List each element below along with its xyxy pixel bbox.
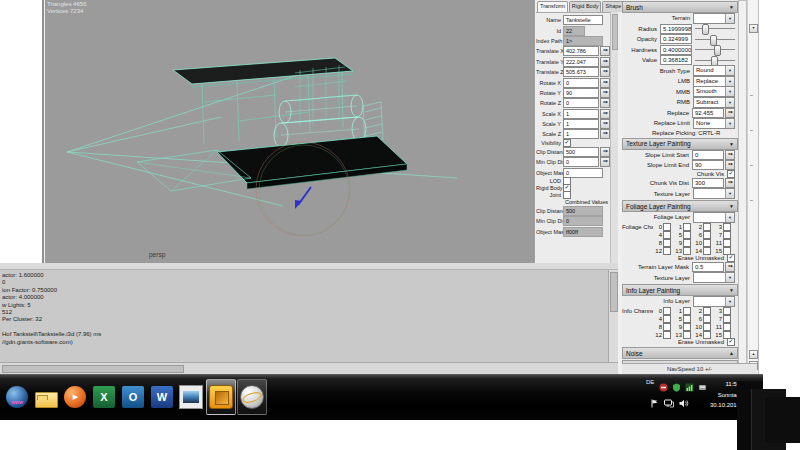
checkbox-channel-8[interactable] xyxy=(663,323,671,331)
side-slider[interactable]: ▼ ▲ ▲ xyxy=(747,0,759,374)
dropdown-texture-layer[interactable]: ▼ xyxy=(693,188,735,199)
field-radius[interactable]: 5.19999981 xyxy=(660,24,692,34)
dropdown-info-layer[interactable]: ▼ xyxy=(693,296,735,307)
checkbox-channel-5[interactable] xyxy=(683,315,691,323)
taskbar-button-giants-editor[interactable] xyxy=(206,379,236,415)
slider-down-icon[interactable]: ▼ xyxy=(749,24,758,33)
field-scale-y[interactable]: 1 xyxy=(563,119,599,129)
taskbar-button-explorer-folder[interactable] xyxy=(32,380,60,414)
checkbox-channel-13[interactable] xyxy=(683,247,691,255)
log-horizontal-scrollbar[interactable] xyxy=(0,362,618,374)
slider-thumb[interactable] xyxy=(714,45,721,56)
dropdown-texture-layer[interactable]: ▼ xyxy=(693,272,735,283)
taskbar-button-word[interactable]: W xyxy=(148,380,176,414)
spinner-buttons[interactable]: ◄▶ xyxy=(600,109,610,119)
checkbox-channel-0[interactable] xyxy=(663,307,671,315)
slider-opacity[interactable] xyxy=(695,35,735,44)
spinner-buttons[interactable]: ◄▶ xyxy=(600,57,610,67)
spinner-buttons[interactable]: ◄▶ xyxy=(725,262,735,272)
field-chunk-vis-dist[interactable]: 300 xyxy=(692,178,724,188)
flag-icon[interactable] xyxy=(650,399,659,408)
field-opacity[interactable]: 0.324999 xyxy=(660,34,692,44)
field-slope-limit-end[interactable]: 90 xyxy=(692,160,724,170)
checkbox-chunk-vis[interactable]: ✓ xyxy=(727,170,735,178)
checkbox-joint[interactable] xyxy=(563,191,571,199)
checkbox-channel-4[interactable] xyxy=(663,231,671,239)
checkbox-channel-9[interactable] xyxy=(683,239,691,247)
taskbar-button-internet-globe[interactable]: www xyxy=(3,380,31,414)
checkbox-channel-6[interactable] xyxy=(703,231,711,239)
spinner-buttons[interactable]: ◄▶ xyxy=(600,147,610,157)
checkbox-channel-11[interactable] xyxy=(723,323,731,331)
network-icon[interactable] xyxy=(664,399,674,408)
field-min-clip-distance[interactable]: 0 xyxy=(563,157,599,167)
viewport-3d[interactable]: Triangles 4656 Vertices 7234 persp xyxy=(45,0,535,263)
tool-scrollbar[interactable] xyxy=(738,0,747,365)
slider-hardness[interactable] xyxy=(695,45,735,54)
translate-arrow[interactable] xyxy=(295,187,311,209)
checkbox-channel-4[interactable] xyxy=(663,315,671,323)
checkbox-channel-3[interactable] xyxy=(723,223,731,231)
spinner-buttons[interactable]: ◄▶ xyxy=(600,129,610,139)
dropdown-lmb[interactable]: Replace▼ xyxy=(693,76,735,87)
spinner-buttons[interactable]: ◄▶ xyxy=(725,178,735,188)
taskbar-button-outlook[interactable]: O xyxy=(119,380,147,414)
checkbox-erase-unmasked[interactable]: ✓ xyxy=(727,338,735,346)
checkbox-channel-8[interactable] xyxy=(663,239,671,247)
field-object-mask[interactable]: 0 xyxy=(563,168,603,178)
field-translate-x[interactable]: 402.786 xyxy=(563,46,599,56)
field-hardness[interactable]: 0.40000001 xyxy=(660,45,692,55)
field-value[interactable]: 0.368182 xyxy=(660,55,692,65)
checkbox-channel-7[interactable] xyxy=(723,231,731,239)
spinner-buttons[interactable]: ◄▶ xyxy=(600,119,610,129)
taskbar-button-media-player[interactable] xyxy=(61,380,89,414)
shield-icon[interactable] xyxy=(672,383,681,392)
dropdown-rmb[interactable]: Subtract▼ xyxy=(693,97,735,108)
checkbox-channel-12[interactable] xyxy=(663,331,671,339)
tab-transform[interactable]: Transform xyxy=(537,1,568,12)
spinner-buttons[interactable]: ◄▶ xyxy=(725,108,735,118)
section-header-noise[interactable]: Noise▲ xyxy=(622,347,738,359)
spinner-buttons[interactable]: ◄▶ xyxy=(600,98,610,108)
checkbox-channel-14[interactable] xyxy=(703,247,711,255)
field-replace[interactable]: 92.455 xyxy=(692,108,724,118)
taskbar-clock[interactable]: 11:59 Sonntag 30.10.2016 xyxy=(702,379,740,411)
spinner-buttons[interactable]: ◄▶ xyxy=(600,46,610,56)
spinner-buttons[interactable]: ◄▶ xyxy=(600,157,610,167)
dropdown-foliage-layer[interactable]: ▼ xyxy=(693,212,735,223)
field-translate-y[interactable]: 222.047 xyxy=(563,57,599,67)
checkbox-channel-1[interactable] xyxy=(683,223,691,231)
checkbox-channel-12[interactable] xyxy=(663,247,671,255)
checkbox-channel-0[interactable] xyxy=(663,223,671,231)
attribute-scrollbar[interactable] xyxy=(610,12,618,263)
spinner-buttons[interactable]: ◄▶ xyxy=(600,78,610,88)
field-clip-distance[interactable]: 500 xyxy=(563,147,599,157)
checkbox-channel-11[interactable] xyxy=(723,239,731,247)
section-header-texture-layer-painting[interactable]: Texture Layer Painting▼ xyxy=(622,138,738,150)
spinner-buttons[interactable]: ◄▶ xyxy=(725,150,735,160)
checkbox-channel-10[interactable] xyxy=(703,323,711,331)
field-rotate-y[interactable]: 90 xyxy=(563,88,599,98)
field-rotate-x[interactable]: 0 xyxy=(563,78,599,88)
checkbox-channel-10[interactable] xyxy=(703,239,711,247)
field-terrain-layer-mask[interactable]: 0.5 xyxy=(692,262,724,272)
slider-thumb[interactable] xyxy=(702,24,709,35)
checkbox-channel-13[interactable] xyxy=(683,331,691,339)
field-slope-limit-start[interactable]: 0 xyxy=(692,150,724,160)
taskbar-button-gdn-globe[interactable] xyxy=(237,379,267,415)
field-rotate-z[interactable]: 0 xyxy=(563,98,599,108)
field-name[interactable]: Tankstelle xyxy=(563,15,603,25)
checkbox-channel-6[interactable] xyxy=(703,315,711,323)
slider-value[interactable] xyxy=(695,56,735,65)
checkbox-channel-1[interactable] xyxy=(683,307,691,315)
checkbox-channel-7[interactable] xyxy=(723,315,731,323)
checkbox-erase-unmasked[interactable]: ✓ xyxy=(727,254,735,262)
taskbar-button-photo-viewer[interactable] xyxy=(177,380,205,414)
checkbox-channel-5[interactable] xyxy=(683,231,691,239)
spinner-buttons[interactable]: ◄▶ xyxy=(600,88,610,98)
spinner-buttons[interactable]: ◄▶ xyxy=(725,160,735,170)
taskbar-button-excel[interactable]: X xyxy=(90,380,118,414)
log-vertical-scrollbar[interactable] xyxy=(608,270,618,362)
dropdown-brush-type[interactable]: Round▼ xyxy=(693,65,735,76)
dropdown-replace-limit[interactable]: None▼ xyxy=(693,118,735,129)
